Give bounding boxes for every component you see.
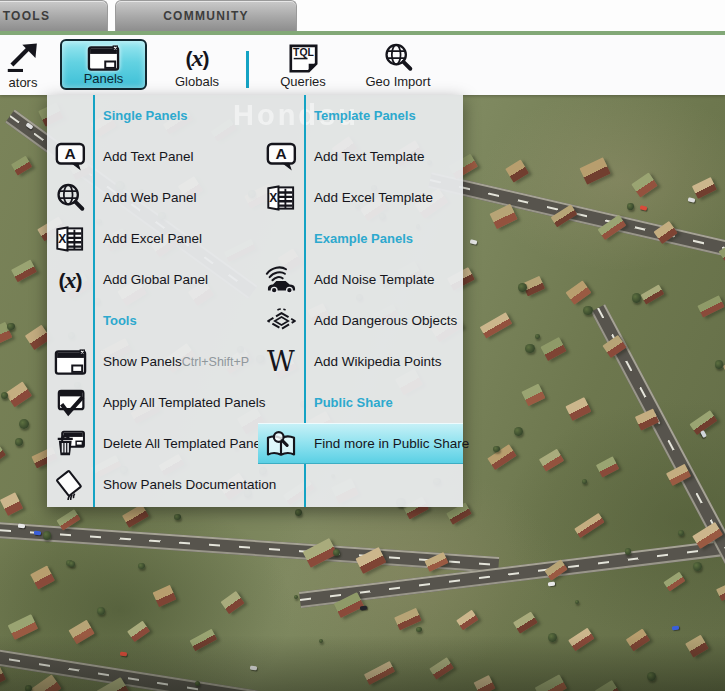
menu-item-label: Add Wikipedia Points xyxy=(314,354,442,369)
tree xyxy=(525,344,535,354)
tree xyxy=(715,360,723,368)
menu-header-label: Tools xyxy=(103,313,137,328)
house xyxy=(513,611,538,634)
menu-header-example-panels: Example Panels xyxy=(258,218,463,259)
menu-item-add-excel-panel[interactable]: XAdd Excel Panel xyxy=(47,218,258,259)
tab-community[interactable]: COMMUNITY xyxy=(115,0,297,31)
house xyxy=(641,284,665,304)
tree xyxy=(15,438,23,446)
house xyxy=(302,538,337,567)
menu-item-add-web-panel[interactable]: Add Web Panel xyxy=(47,177,258,218)
menu-header-label: Single Panels xyxy=(103,108,188,123)
menu-item-show-panels[interactable]: Show PanelsCtrl+Shift+P xyxy=(47,341,258,382)
house xyxy=(566,280,592,305)
house xyxy=(685,635,709,658)
menu-item-show-panels-documentation[interactable]: Show Panels Documentation xyxy=(47,464,258,505)
tree xyxy=(43,531,52,540)
house xyxy=(569,627,595,651)
house xyxy=(0,444,6,466)
house xyxy=(488,444,518,470)
house xyxy=(474,675,496,691)
arrow-up-right-icon xyxy=(5,40,41,76)
house xyxy=(506,159,530,182)
menu-item-label: Add Global Panel xyxy=(103,272,208,287)
house xyxy=(566,397,592,421)
toolbar-item-queries[interactable]: TQLQueries xyxy=(261,38,345,91)
global-x-icon: (x) xyxy=(47,268,93,292)
toolbar-item-operators[interactable]: ators xyxy=(0,38,56,91)
house xyxy=(29,675,61,691)
panels-window-icon xyxy=(47,348,93,376)
tree xyxy=(625,548,631,554)
tree xyxy=(174,514,181,521)
book-search-icon xyxy=(258,429,304,459)
menu-column-left: Single PanelsAAdd Text PanelAdd Web Pane… xyxy=(47,95,258,507)
toolbar-item-label: Geo Import xyxy=(365,75,430,88)
svg-text:TQL: TQL xyxy=(293,47,314,58)
tab-bar: TOOLS COMMUNITY xyxy=(0,0,725,31)
pages-icon xyxy=(47,469,93,500)
house xyxy=(580,157,611,184)
tree xyxy=(583,306,592,315)
menu-header-single-panels: Single Panels xyxy=(47,95,258,136)
tree xyxy=(678,530,684,536)
toolbar-item-label: Panels xyxy=(84,72,124,85)
house xyxy=(692,177,717,199)
svg-text:X: X xyxy=(269,191,277,205)
menu-header-public-share: Public Share xyxy=(258,382,463,423)
tree xyxy=(333,549,340,556)
tree xyxy=(582,479,587,484)
menu-item-label: Add Dangerous Objects xyxy=(314,313,457,328)
house xyxy=(632,173,659,198)
car xyxy=(360,606,367,611)
tree xyxy=(19,419,29,429)
road xyxy=(591,304,725,682)
toolbar-item-geo-import[interactable]: Geo Import xyxy=(353,38,443,91)
menu-item-add-wikipedia-points[interactable]: WAdd Wikipedia Points xyxy=(258,341,463,382)
menu-item-add-dangerous-objects[interactable]: Add Dangerous Objects xyxy=(258,300,463,341)
mod-toolbar: atorsPanels(x)GlobalsTQLQueriesGeo Impor… xyxy=(0,35,725,95)
menu-item-add-global-panel[interactable]: (x)Add Global Panel xyxy=(47,259,258,300)
house xyxy=(626,628,650,650)
house xyxy=(152,585,176,608)
toolbar-item-globals[interactable]: (x)Globals xyxy=(157,38,237,91)
menu-column-right: Template PanelsAAdd Text TemplateXAdd Ex… xyxy=(258,95,463,507)
menu-item-delete-all-templated-panels[interactable]: Delete All Templated Panels xyxy=(47,423,258,464)
house xyxy=(128,621,150,642)
game-screen: TOOLS COMMUNITY atorsPanels(x)GlobalsTQL… xyxy=(0,0,725,691)
global-x-icon: (x) xyxy=(186,40,209,75)
toolbar-item-panels[interactable]: Panels xyxy=(60,39,147,90)
toolbar-item-label: ators xyxy=(9,76,38,89)
menu-item-label: Add Noise Template xyxy=(314,272,435,287)
menu-item-add-noise-template[interactable]: Add Noise Template xyxy=(258,259,463,300)
car xyxy=(640,205,648,210)
house xyxy=(189,629,217,652)
menu-item-label: Add Text Panel xyxy=(103,149,194,164)
car xyxy=(250,665,258,670)
house xyxy=(11,156,32,176)
menu-item-label: Add Text Template xyxy=(314,149,425,164)
svg-text:X: X xyxy=(58,232,66,246)
tree xyxy=(7,323,14,330)
menu-item-add-text-panel[interactable]: AAdd Text Panel xyxy=(47,136,258,177)
car xyxy=(688,197,696,202)
house xyxy=(30,565,54,589)
menu-item-find-more-in-public-share[interactable]: Find more in Public Share xyxy=(258,423,463,464)
menu-item-label: Show Panels xyxy=(103,354,182,369)
house xyxy=(522,384,546,407)
house xyxy=(69,620,95,644)
toolbar-divider xyxy=(246,51,249,88)
text-bubble-icon: A xyxy=(47,142,93,171)
menu-item-label: Apply All Templated Panels xyxy=(103,395,266,410)
tab-tools[interactable]: TOOLS xyxy=(0,0,108,31)
menu-item-add-excel-template[interactable]: XAdd Excel Template xyxy=(258,177,463,218)
house xyxy=(5,382,32,408)
tree xyxy=(138,563,144,569)
tree xyxy=(632,293,642,303)
menu-item-add-text-template[interactable]: AAdd Text Template xyxy=(258,136,463,177)
house xyxy=(480,312,512,338)
house xyxy=(364,660,395,684)
house xyxy=(122,504,149,528)
menu-item-apply-all-templated-panels[interactable]: Apply All Templated Panels xyxy=(47,382,258,423)
panels-window-icon xyxy=(87,43,120,72)
